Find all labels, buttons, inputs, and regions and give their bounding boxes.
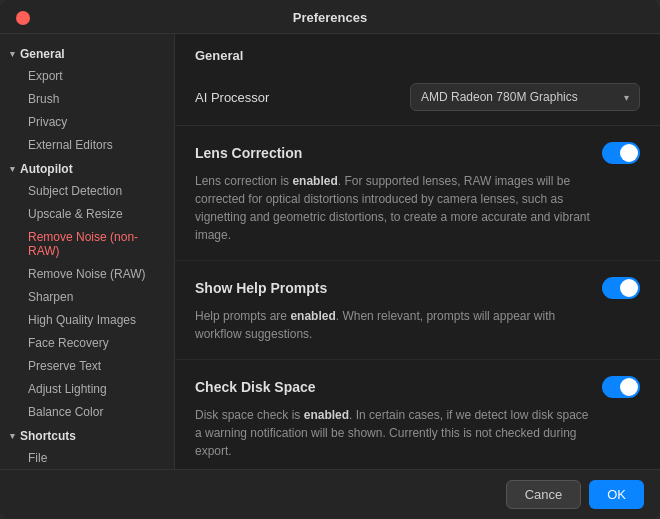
lens-correction-desc: Lens correction is enabled. For supporte… <box>195 172 595 244</box>
dialog-footer: Cance OK <box>0 469 660 519</box>
main-panel: General AI Processor AMD Radeon 780M Gra… <box>175 34 660 469</box>
check-disk-space-title: Check Disk Space <box>195 379 316 395</box>
check-disk-space-block: Check Disk Space Disk space check is ena… <box>175 360 660 469</box>
ai-processor-row: AI Processor AMD Radeon 780M Graphics ▾ <box>175 73 660 126</box>
sidebar: ▾ General Export Brush Privacy External … <box>0 34 175 469</box>
check-disk-space-header: Check Disk Space <box>195 376 640 398</box>
chevron-down-icon: ▾ <box>10 431 15 441</box>
sidebar-item-brush[interactable]: Brush <box>4 88 170 110</box>
sidebar-item-preserve-text[interactable]: Preserve Text <box>4 355 170 377</box>
sidebar-item-export[interactable]: Export <box>4 65 170 87</box>
ai-processor-dropdown[interactable]: AMD Radeon 780M Graphics ▾ <box>410 83 640 111</box>
close-button[interactable]: × <box>16 11 30 25</box>
lens-correction-title: Lens Correction <box>195 145 302 161</box>
sidebar-item-upscale-resize[interactable]: Upscale & Resize <box>4 203 170 225</box>
sidebar-section-shortcuts-label: Shortcuts <box>20 429 76 443</box>
sidebar-item-adjust-lighting[interactable]: Adjust Lighting <box>4 378 170 400</box>
show-help-prompts-desc: Help prompts are enabled. When relevant,… <box>195 307 595 343</box>
preferences-dialog: × Preferences ▾ General Export Brush Pri… <box>0 0 660 519</box>
lens-correction-header: Lens Correction <box>195 142 640 164</box>
sidebar-section-autopilot[interactable]: ▾ Autopilot <box>0 157 174 179</box>
dialog-content: ▾ General Export Brush Privacy External … <box>0 34 660 469</box>
sidebar-item-remove-noise-raw[interactable]: Remove Noise (RAW) <box>4 263 170 285</box>
ai-processor-label: AI Processor <box>195 90 269 105</box>
sidebar-section-autopilot-label: Autopilot <box>20 162 73 176</box>
sidebar-item-subject-detection[interactable]: Subject Detection <box>4 180 170 202</box>
show-help-prompts-toggle[interactable] <box>602 277 640 299</box>
sidebar-item-file[interactable]: File <box>4 447 170 469</box>
check-disk-space-desc: Disk space check is enabled. In certain … <box>195 406 595 460</box>
check-disk-space-toggle[interactable] <box>602 376 640 398</box>
sidebar-item-privacy[interactable]: Privacy <box>4 111 170 133</box>
show-help-prompts-header: Show Help Prompts <box>195 277 640 299</box>
chevron-down-icon: ▾ <box>10 164 15 174</box>
lens-correction-block: Lens Correction Lens correction is enabl… <box>175 126 660 261</box>
sidebar-item-external-editors[interactable]: External Editors <box>4 134 170 156</box>
ok-button[interactable]: OK <box>589 480 644 509</box>
sidebar-section-general[interactable]: ▾ General <box>0 42 174 64</box>
sidebar-item-balance-color[interactable]: Balance Color <box>4 401 170 423</box>
lens-correction-toggle[interactable] <box>602 142 640 164</box>
ai-processor-value: AMD Radeon 780M Graphics <box>421 90 578 104</box>
show-help-prompts-block: Show Help Prompts Help prompts are enabl… <box>175 261 660 360</box>
title-bar: × Preferences <box>0 0 660 34</box>
chevron-down-icon: ▾ <box>10 49 15 59</box>
sidebar-item-high-quality-images[interactable]: High Quality Images <box>4 309 170 331</box>
cancel-button[interactable]: Cance <box>506 480 582 509</box>
dialog-title: Preferences <box>293 10 367 25</box>
sidebar-section-general-label: General <box>20 47 65 61</box>
show-help-prompts-title: Show Help Prompts <box>195 280 327 296</box>
sidebar-item-sharpen[interactable]: Sharpen <box>4 286 170 308</box>
sidebar-section-shortcuts[interactable]: ▾ Shortcuts <box>0 424 174 446</box>
sidebar-item-face-recovery[interactable]: Face Recovery <box>4 332 170 354</box>
chevron-down-icon: ▾ <box>624 92 629 103</box>
sidebar-item-remove-noise-nonraw[interactable]: Remove Noise (non-RAW) <box>4 226 170 262</box>
main-section-label: General <box>175 34 660 73</box>
